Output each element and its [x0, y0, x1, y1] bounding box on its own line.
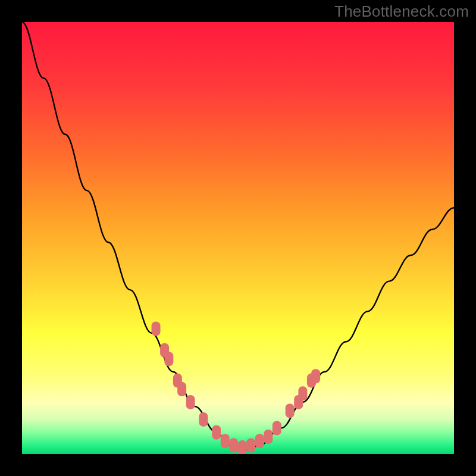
- sample-marker: [246, 438, 255, 452]
- sample-marker: [238, 440, 247, 454]
- sample-marker: [177, 382, 186, 396]
- attribution-text: TheBottleneck.com: [334, 2, 469, 21]
- sample-marker: [164, 352, 173, 366]
- gradient-background: [22, 22, 454, 454]
- sample-marker: [286, 403, 295, 418]
- sample-marker: [212, 425, 221, 440]
- sample-marker: [298, 386, 307, 400]
- sample-marker: [229, 438, 238, 452]
- sample-marker: [152, 321, 161, 336]
- sample-marker: [311, 369, 320, 383]
- sample-marker: [199, 412, 208, 427]
- sample-marker: [221, 434, 230, 448]
- chart-frame: TheBottleneck.com: [0, 0, 476, 476]
- sample-marker: [186, 395, 195, 409]
- sample-marker: [264, 430, 273, 444]
- bottleneck-chart: [22, 22, 454, 454]
- sample-marker: [255, 434, 264, 448]
- sample-marker: [273, 421, 281, 435]
